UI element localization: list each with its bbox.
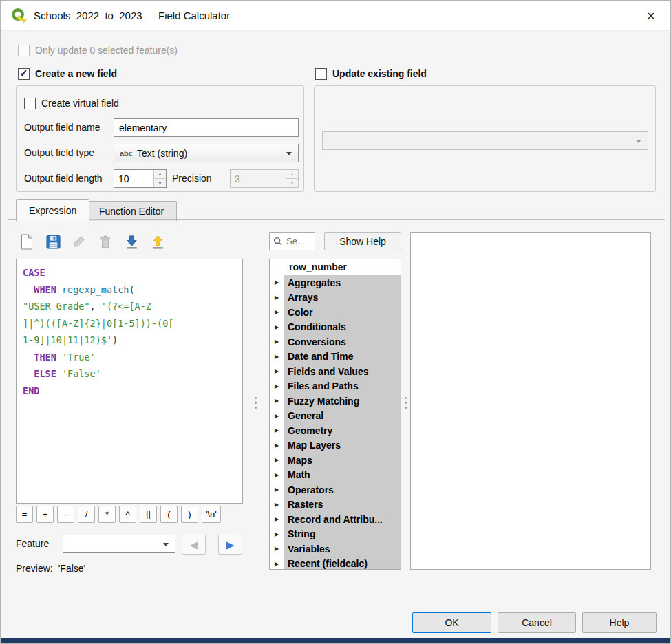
- spin-down-icon[interactable]: ▼: [154, 179, 166, 187]
- spin-up-icon[interactable]: ▲: [154, 170, 166, 179]
- function-list-groups: ▶Aggregates▶Arrays▶Color▶Conditionals▶Co…: [270, 275, 401, 570]
- expand-arrow-icon[interactable]: ▶: [270, 364, 284, 379]
- expand-arrow-icon[interactable]: ▶: [270, 497, 284, 513]
- output-field-name-input[interactable]: [114, 118, 299, 137]
- operator-button[interactable]: ||: [140, 506, 157, 523]
- expand-arrow-icon[interactable]: ▶: [270, 290, 284, 305]
- precision-spinner[interactable]: ▲ ▼: [230, 169, 299, 188]
- function-group-row[interactable]: ▶Record and Attribu...: [270, 512, 401, 527]
- function-group-row[interactable]: ▶Fuzzy Matching: [270, 394, 401, 409]
- create-new-field-checkbox[interactable]: ✓: [18, 68, 30, 80]
- function-group-row[interactable]: ▶Variables: [270, 541, 401, 557]
- splitter-handle[interactable]: [253, 387, 258, 418]
- operator-button[interactable]: +: [36, 506, 54, 523]
- update-existing-field-label: Update existing field: [332, 68, 427, 79]
- feature-combo[interactable]: [63, 535, 175, 553]
- function-group-row[interactable]: ▶Date and Time: [270, 350, 401, 365]
- tab-function-editor[interactable]: Function Editor: [86, 201, 177, 221]
- function-group-row[interactable]: ▶String: [270, 527, 401, 542]
- expand-arrow-icon[interactable]: ▶: [270, 334, 284, 350]
- create-virtual-checkbox[interactable]: [24, 98, 36, 109]
- operator-button[interactable]: '\n': [202, 506, 221, 523]
- operator-buttons: =+-/*^||()'\n': [16, 506, 221, 523]
- function-group-row[interactable]: ▶Files and Paths: [270, 379, 401, 394]
- function-group-row[interactable]: ▶Conditionals: [270, 320, 401, 335]
- expand-arrow-icon[interactable]: ▶: [270, 541, 284, 557]
- dropdown-arrow-icon: [636, 140, 641, 143]
- function-group-row[interactable]: ▶Maps: [270, 453, 401, 468]
- edit-expression-button[interactable]: [68, 232, 90, 251]
- expand-arrow-icon[interactable]: ▶: [270, 379, 284, 394]
- operator-button[interactable]: =: [16, 506, 33, 523]
- function-group-label: Conditionals: [284, 320, 401, 335]
- operator-button[interactable]: /: [78, 506, 95, 523]
- function-group-row[interactable]: ▶General: [270, 409, 401, 424]
- show-help-button[interactable]: Show Help: [324, 232, 401, 250]
- only-update-checkbox[interactable]: [18, 45, 30, 56]
- operator-button[interactable]: (: [160, 506, 178, 523]
- ok-button-label: OK: [445, 617, 458, 628]
- function-group-row[interactable]: ▶Map Layers: [270, 438, 401, 453]
- expand-arrow-icon[interactable]: ▶: [270, 320, 284, 335]
- cancel-button[interactable]: Cancel: [498, 612, 576, 633]
- tab-panel-border: [8, 219, 665, 220]
- expand-arrow-icon[interactable]: ▶: [270, 350, 284, 365]
- spin-down-icon[interactable]: ▼: [286, 179, 298, 187]
- new-expression-button[interactable]: [16, 232, 38, 251]
- import-expression-button[interactable]: [120, 232, 142, 251]
- expand-arrow-icon[interactable]: ▶: [270, 527, 284, 542]
- title-bar: Schools_2022_to_2023 — Field Calculator …: [1, 1, 670, 31]
- export-expression-button[interactable]: [147, 232, 169, 251]
- ok-button[interactable]: OK: [412, 612, 491, 633]
- precision-input[interactable]: [231, 170, 286, 187]
- output-field-type-combo[interactable]: abc Text (string): [114, 144, 299, 162]
- expression-toolbar: [16, 232, 169, 251]
- tab-expression[interactable]: Expression: [16, 199, 89, 221]
- function-group-label: Operators: [284, 482, 401, 497]
- expand-arrow-icon[interactable]: ▶: [270, 512, 284, 527]
- function-group-row[interactable]: ▶Math: [270, 468, 401, 483]
- next-feature-button[interactable]: ▶: [218, 535, 242, 555]
- operator-button[interactable]: -: [57, 506, 74, 523]
- close-icon[interactable]: ✕: [636, 1, 666, 31]
- previous-feature-button[interactable]: ◀: [182, 535, 206, 555]
- save-expression-button[interactable]: [42, 232, 64, 251]
- expand-arrow-icon[interactable]: ▶: [270, 423, 284, 438]
- code-line: THEN 'True': [23, 349, 236, 366]
- function-group-row[interactable]: ▶Operators: [270, 482, 401, 497]
- operator-button[interactable]: *: [98, 506, 116, 523]
- expand-arrow-icon[interactable]: ▶: [270, 409, 284, 424]
- function-group-row[interactable]: ▶Aggregates: [270, 275, 401, 290]
- feature-label: Feature: [16, 538, 49, 549]
- expand-arrow-icon[interactable]: ▶: [270, 438, 284, 453]
- window-title: Schools_2022_to_2023 — Field Calculator: [34, 1, 230, 31]
- expand-arrow-icon[interactable]: ▶: [270, 275, 284, 290]
- function-group-row[interactable]: ▶Conversions: [270, 334, 401, 350]
- function-group-row[interactable]: ▶Geometry: [270, 423, 401, 438]
- operator-button[interactable]: ): [181, 506, 198, 523]
- expand-arrow-icon[interactable]: ▶: [270, 482, 284, 497]
- function-group-row[interactable]: ▶Rasters: [270, 497, 401, 513]
- operator-button[interactable]: ^: [119, 506, 136, 523]
- output-field-length-input[interactable]: [114, 170, 153, 187]
- expand-arrow-icon[interactable]: ▶: [270, 557, 284, 570]
- function-group-row[interactable]: ▶Arrays: [270, 290, 401, 305]
- expand-arrow-icon[interactable]: ▶: [270, 394, 284, 409]
- function-group-row[interactable]: ▶Fields and Values: [270, 364, 401, 379]
- output-field-length-spinner[interactable]: ▲ ▼: [114, 169, 167, 188]
- function-item-selected[interactable]: row_number: [270, 259, 401, 275]
- existing-field-combo[interactable]: [322, 131, 648, 150]
- function-group-row[interactable]: ▶Recent (fieldcalc): [270, 557, 401, 570]
- spin-up-icon[interactable]: ▲: [286, 170, 298, 179]
- delete-expression-button[interactable]: [94, 232, 116, 251]
- expand-arrow-icon[interactable]: ▶: [270, 453, 284, 468]
- function-group-row[interactable]: ▶Color: [270, 305, 401, 320]
- update-existing-field-checkbox[interactable]: [315, 68, 327, 80]
- expand-arrow-icon[interactable]: ▶: [270, 305, 284, 320]
- splitter-handle[interactable]: [403, 387, 408, 418]
- expression-code[interactable]: CASE WHEN regexp_match("USER_Grade", '(?…: [16, 259, 243, 504]
- expand-arrow-icon[interactable]: ▶: [270, 468, 284, 483]
- help-button[interactable]: Help: [582, 612, 657, 633]
- function-group-label: Recent (fieldcalc): [284, 557, 401, 570]
- function-search-input[interactable]: [285, 235, 311, 247]
